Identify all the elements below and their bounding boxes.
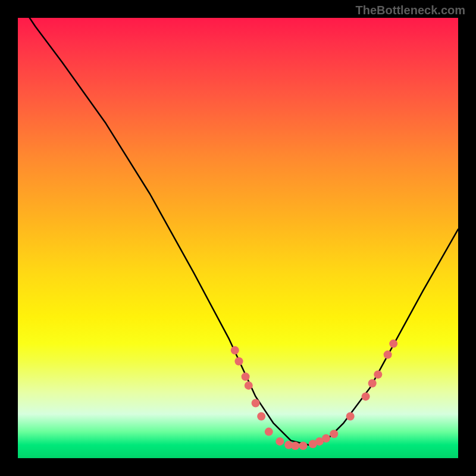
data-marker [322,434,330,443]
data-marker [275,437,284,446]
data-marker [265,428,273,436]
data-marker [291,441,299,450]
data-marker [257,412,265,421]
data-marker [374,370,382,378]
data-marker [299,441,308,450]
bottleneck-curve [18,18,458,445]
chart-container: TheBottleneck.com [0,0,476,476]
data-marker [389,340,397,348]
data-marker [242,372,250,381]
data-marker [235,357,243,365]
data-marker [346,412,355,421]
data-marker [384,350,392,359]
watermark-text: TheBottleneck.com [356,4,465,17]
plot-area [18,18,458,458]
data-marker [252,399,260,408]
data-marker [245,381,253,390]
data-markers [231,340,397,450]
data-marker [362,392,370,400]
data-marker [330,430,338,438]
data-marker [231,346,239,355]
curve-layer [18,18,458,458]
data-marker [368,379,377,387]
